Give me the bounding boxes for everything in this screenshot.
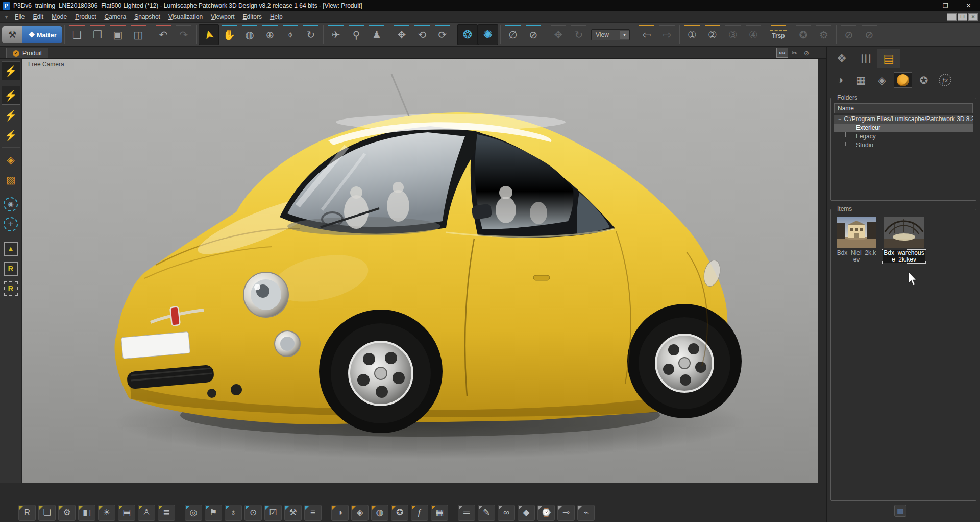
camera-slot-2-button[interactable]: ② bbox=[702, 24, 723, 45]
tab-produit[interactable]: ✔ Produit bbox=[6, 48, 48, 58]
maintenance-tool-button[interactable]: ◆ bbox=[518, 505, 535, 521]
surface-animations-button[interactable]: ☑ bbox=[264, 505, 282, 521]
gizmo-rotate-button[interactable]: ⟲ bbox=[412, 24, 432, 45]
camera-slot-1-button[interactable]: ① bbox=[682, 24, 702, 45]
effects-editor-button[interactable]: ƒ bbox=[411, 505, 428, 521]
new-document-button[interactable]: ❏ bbox=[67, 24, 87, 45]
lighting-sun-button[interactable]: ☀ bbox=[98, 505, 115, 521]
camera-orbit-tool-button[interactable]: ↻ bbox=[301, 24, 321, 45]
rp-tab-products[interactable]: ❖ bbox=[830, 49, 853, 68]
minimize-button[interactable]: ─ bbox=[911, 0, 934, 11]
rp-subtab-textures[interactable]: ▦ bbox=[852, 72, 870, 88]
tree-row-root[interactable]: −C:/Program Files/Lumiscaphe/Patchwork 3… bbox=[834, 115, 973, 124]
matter-mode-button[interactable]: ❖ Matter bbox=[22, 26, 62, 43]
image-settings-button[interactable]: ⚙ bbox=[58, 505, 76, 521]
close-button[interactable]: ✕ bbox=[957, 0, 980, 11]
open-document-button[interactable]: ❒ bbox=[87, 24, 108, 45]
stereo-glasses-button[interactable]: ∞ bbox=[498, 505, 515, 521]
head-mode-button[interactable]: ♟ bbox=[366, 24, 387, 45]
free-move-button[interactable]: ✥ bbox=[548, 24, 569, 45]
mdi-close-button[interactable]: ✕ bbox=[968, 13, 978, 21]
paint-splash-a-button[interactable]: ❂ bbox=[457, 24, 478, 45]
menu-help[interactable]: Help bbox=[266, 12, 287, 22]
rp-subtab-shapers[interactable]: ✪ bbox=[915, 72, 933, 88]
rp-tab-library[interactable]: ☰ bbox=[853, 49, 877, 68]
render-photo-button[interactable]: R bbox=[2, 259, 20, 278]
view-select[interactable]: View ▾ bbox=[591, 29, 630, 40]
camera-slot-3-button[interactable]: ③ bbox=[723, 24, 743, 45]
walk-mode-button[interactable]: ⚲ bbox=[346, 24, 366, 45]
axis-constraint-alt-button[interactable]: ⊘ bbox=[523, 24, 544, 45]
redo-button[interactable]: ↷ bbox=[174, 24, 194, 45]
menu-editors[interactable]: Editors bbox=[239, 12, 266, 22]
surface-visibility-button[interactable]: ⊙ bbox=[244, 505, 262, 521]
overlay-planet-check-button[interactable]: ✪ bbox=[793, 24, 814, 45]
render-disabled-b-button[interactable]: ⊘ bbox=[859, 24, 879, 45]
surface-positions-button[interactable]: ⚑ bbox=[205, 505, 222, 521]
menu-file[interactable]: File bbox=[11, 12, 29, 22]
tree-expander[interactable]: − bbox=[838, 116, 841, 122]
configuration-list-button[interactable]: ≡ bbox=[304, 505, 322, 521]
menu-edit[interactable]: Edit bbox=[29, 12, 47, 22]
item-bdx-niel[interactable]: Bdx_Niel_2k.kev bbox=[835, 217, 878, 263]
rp-subtab-environments[interactable]: ● bbox=[894, 72, 912, 88]
gizmo-translate-button[interactable]: ✥ bbox=[391, 24, 412, 45]
window-flash-off-button[interactable]: ⚡ bbox=[2, 86, 20, 105]
joystick-button[interactable]: ♙ bbox=[138, 505, 155, 521]
render-button[interactable]: R bbox=[18, 505, 36, 521]
rp-subtab-backgrounds[interactable]: ◈ bbox=[873, 72, 891, 88]
menu-overflow-icon[interactable]: ▾ bbox=[2, 14, 11, 20]
menu-snapshot[interactable]: Snapshot bbox=[130, 12, 164, 22]
window-flash-button[interactable]: ⚡ bbox=[2, 106, 20, 125]
fly-mode-button[interactable]: ✈ bbox=[326, 24, 346, 45]
tuner-sliders-button[interactable]: ≣ bbox=[158, 505, 175, 521]
tree-row-exterieur[interactable]: Exterieur bbox=[834, 124, 973, 132]
tree-row-legacy[interactable]: Legacy bbox=[834, 132, 973, 141]
undo-button[interactable]: ↶ bbox=[153, 24, 174, 45]
restore-button[interactable]: ❐ bbox=[934, 0, 957, 11]
target-link-button[interactable]: ⊸ bbox=[557, 505, 575, 521]
overlay-gear-check-button[interactable]: ⚙ bbox=[814, 24, 834, 45]
window-flash-points-button[interactable]: ⚡ bbox=[2, 126, 20, 145]
zoom-tool-button[interactable]: ⊕ bbox=[260, 24, 280, 45]
add-circle-button[interactable]: ✛ bbox=[2, 215, 20, 233]
backgrounds-editor-button[interactable]: ◈ bbox=[351, 505, 369, 521]
photo-image-button[interactable]: ▲ bbox=[2, 239, 20, 258]
camera-move-tool-button[interactable]: ⌖ bbox=[280, 24, 301, 45]
rp-tab-environment-library[interactable]: ▤ bbox=[877, 49, 900, 68]
render-zone-button[interactable]: R bbox=[2, 279, 20, 298]
tree-column-header[interactable]: Name bbox=[834, 103, 973, 113]
menu-viewport[interactable]: Viewport bbox=[207, 12, 238, 22]
videos-editor-button[interactable]: ▦ bbox=[431, 505, 448, 521]
item-bdx-warehouse[interactable]: Bdx_warehouse_2k.kev bbox=[883, 217, 925, 263]
env-layer-front-button[interactable]: ⇨ bbox=[657, 24, 677, 45]
settings-wrench-button[interactable]: ⚒ bbox=[2, 26, 22, 43]
render-disabled-a-button[interactable]: ⊘ bbox=[839, 24, 859, 45]
pan-hand-tool-button[interactable]: ✋ bbox=[219, 24, 239, 45]
annotation-tool-button[interactable]: ✎ bbox=[478, 505, 495, 521]
free-rotate-button[interactable]: ↻ bbox=[569, 24, 589, 45]
shapers-editor-button[interactable]: ✪ bbox=[391, 505, 408, 521]
presentation-screen-button[interactable]: ▧ bbox=[2, 170, 20, 189]
surface-environments-button[interactable]: ♁ bbox=[225, 505, 242, 521]
timer-settings-button[interactable]: ⌚ bbox=[537, 505, 555, 521]
rp-subtab-effects[interactable]: ƒx bbox=[936, 72, 954, 88]
gizmo-rotate-world-button[interactable]: ⟳ bbox=[432, 24, 453, 45]
tree-row-studio[interactable]: Studio bbox=[834, 141, 973, 150]
select-tool-button[interactable]: ➤ bbox=[199, 24, 219, 45]
menu-mode[interactable]: Mode bbox=[47, 12, 71, 22]
save-document-button[interactable]: ▣ bbox=[108, 24, 128, 45]
visibility-circle-button[interactable]: ◉ bbox=[2, 195, 20, 213]
axis-constraint-button[interactable]: ∅ bbox=[503, 24, 523, 45]
transparency-button[interactable]: Trsp bbox=[768, 24, 789, 45]
sync-off-button[interactable]: ⊘ bbox=[801, 48, 812, 57]
mdi-minimize-button[interactable]: _ bbox=[947, 13, 957, 21]
statistics-graph-button[interactable]: ⌁ bbox=[577, 505, 595, 521]
menu-product[interactable]: Product bbox=[71, 12, 100, 22]
realtime-flash-button[interactable]: ⚡ bbox=[2, 61, 20, 80]
materials-editor-button[interactable]: ◑ bbox=[331, 505, 349, 521]
unlink-views-button[interactable]: ✂ bbox=[789, 48, 800, 57]
rp-subtab-materials[interactable]: ◑ bbox=[831, 72, 849, 88]
3d-viewport[interactable]: Free Camera bbox=[22, 59, 818, 483]
snapshot-history-button[interactable]: ❏ bbox=[38, 505, 56, 521]
